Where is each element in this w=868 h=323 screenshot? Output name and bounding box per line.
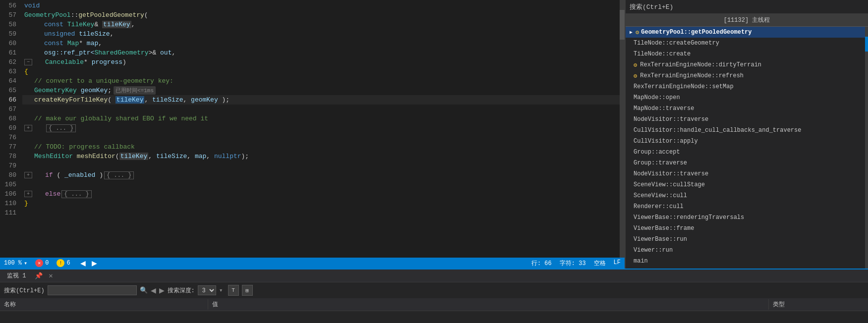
var-tilekey-58: tileKey bbox=[102, 21, 131, 28]
thread-label: [11132] 主线程 bbox=[724, 17, 770, 24]
call-stack-item-18[interactable]: ViewerBase::frame bbox=[626, 223, 868, 234]
line-num-69: 69 bbox=[4, 123, 16, 133]
code-line-57: GeometryPool::getPooledGeometry( bbox=[22, 10, 620, 20]
call-label-18: ViewerBase::frame bbox=[634, 225, 694, 232]
call-label-19: ViewerBase::run bbox=[634, 236, 687, 243]
dropdown-icon[interactable]: ▾ bbox=[24, 260, 27, 267]
line-num-106: 106 bbox=[4, 189, 16, 199]
error-count: ✕ 0 bbox=[35, 259, 49, 267]
func-getpooledgeometry: getPooledGeometry bbox=[78, 11, 144, 19]
call-stack-item-20[interactable]: Viewer::run bbox=[626, 245, 868, 256]
call-stack-item-1[interactable]: TileNode::createGeometry bbox=[626, 38, 868, 49]
call-label-8: NodeVisitor::traverse bbox=[634, 116, 708, 123]
panel-pin-icon[interactable]: 📌 bbox=[35, 272, 43, 280]
call-label-21: main bbox=[634, 258, 648, 265]
call-stack-item-21[interactable]: main bbox=[626, 256, 868, 267]
call-stack-item-6[interactable]: MapNode::open bbox=[626, 92, 868, 103]
col-header-value: 值 bbox=[208, 299, 769, 310]
call-label-2: TileNode::create bbox=[634, 51, 691, 57]
line-num-110: 110 bbox=[4, 199, 16, 208]
line-num-80: 80 bbox=[4, 170, 16, 180]
call-label-14: SceneView::cullStage bbox=[634, 181, 705, 188]
code-line-65: GeometryKey geomKey; 已用时间<=1ms bbox=[22, 86, 620, 95]
space-indicator: 空格 bbox=[594, 259, 606, 268]
code-line-63: { bbox=[22, 67, 620, 76]
depth-label: 搜索深度: bbox=[168, 286, 195, 295]
call-stack-item-19[interactable]: ViewerBase::run bbox=[626, 234, 868, 245]
zoom-indicator: 100 % ▾ bbox=[4, 260, 27, 267]
call-stack-item-12[interactable]: Group::traverse bbox=[626, 158, 868, 168]
nav-buttons: ◀ ▶ bbox=[78, 259, 99, 267]
fold-icon-106[interactable]: + bbox=[24, 191, 32, 197]
main-container: 56 57 58 59 60 61 62 63 64 65 66 67 68 6… bbox=[0, 0, 868, 323]
nav-forward-button[interactable]: ▶ bbox=[90, 259, 99, 267]
call-stack-item-14[interactable]: SceneView::cullStage bbox=[626, 179, 868, 190]
line-num-63: 63 bbox=[4, 67, 16, 76]
call-label-5: RexTerrainEngineNode::setMap bbox=[634, 83, 734, 90]
right-panel-scrollbar[interactable] bbox=[865, 27, 868, 269]
line-num-78: 78 bbox=[4, 152, 16, 161]
toolbar-btn-1[interactable]: T bbox=[228, 285, 239, 296]
call-stack-item-2[interactable]: TileNode::create bbox=[626, 49, 868, 59]
right-panel: 搜索(Ctrl+E) [11132] 主线程 ▶ ⚙ GeometryPool:… bbox=[625, 0, 868, 269]
call-stack-item-4[interactable]: ⚙ RexTerrainEngineNode::refresh bbox=[626, 70, 868, 81]
code-line-111 bbox=[22, 208, 620, 217]
code-line-56: void bbox=[22, 1, 620, 10]
fold-icon-62[interactable]: − bbox=[24, 59, 32, 65]
code-scroll-thumb[interactable] bbox=[620, 10, 625, 40]
code-line-69: + { ... } bbox=[22, 123, 620, 133]
call-stack-item-7[interactable]: MapNode::traverse bbox=[626, 103, 868, 114]
call-stack-list[interactable]: ▶ ⚙ GeometryPool::getPooledGeometry Tile… bbox=[626, 27, 868, 269]
gear-icon-3: ⚙ bbox=[634, 61, 637, 69]
call-stack-item-13[interactable]: NodeVisitor::traverse bbox=[626, 168, 868, 179]
gear-icon-0: ⚙ bbox=[636, 29, 639, 36]
call-stack-item-11[interactable]: Group::accept bbox=[626, 147, 868, 158]
line-num-68: 68 bbox=[4, 114, 16, 123]
bottom-search-input[interactable] bbox=[48, 285, 137, 295]
bottom-search-label: 搜索(Ctrl+E) bbox=[4, 286, 45, 295]
nav-back-button[interactable]: ◀ bbox=[78, 259, 88, 267]
warning-number: 6 bbox=[66, 260, 70, 267]
right-panel-scrollbar-thumb[interactable] bbox=[865, 37, 868, 52]
code-line-68: // make our globally shared EBO if we ne… bbox=[22, 114, 620, 123]
code-lines[interactable]: void GeometryPool::getPooledGeometry( co… bbox=[22, 0, 620, 258]
gear-icon-4: ⚙ bbox=[634, 72, 637, 80]
error-badge: ✕ bbox=[35, 259, 43, 267]
call-stack-item-5[interactable]: RexTerrainEngineNode::setMap bbox=[626, 81, 868, 92]
time-hint: 已用时间<=1ms bbox=[114, 86, 156, 95]
fold-icon-69[interactable]: + bbox=[24, 125, 32, 131]
search-bar-top: 搜索(Ctrl+E) bbox=[626, 0, 868, 14]
code-line-61: osg::ref_ptr<SharedGeometry>& out, bbox=[22, 48, 620, 57]
search-icon-bottom[interactable]: 🔍 bbox=[140, 286, 148, 294]
watch-tab[interactable]: 监视 1 bbox=[4, 270, 29, 281]
bottom-panel-header: 监视 1 📌 ✕ bbox=[0, 269, 868, 282]
keyword-void: void bbox=[24, 2, 40, 9]
search-prev-button[interactable]: ◀ bbox=[151, 286, 156, 294]
call-label-20: Viewer::run bbox=[634, 247, 673, 254]
call-stack-item-16[interactable]: Renderer::cull bbox=[626, 201, 868, 212]
call-stack-item-3[interactable]: ⚙ RexTerrainEngineNode::dirtyTerrain bbox=[626, 59, 868, 70]
error-number: 0 bbox=[45, 260, 49, 267]
code-content: 56 57 58 59 60 61 62 63 64 65 66 67 68 6… bbox=[0, 0, 625, 258]
call-stack-item-15[interactable]: SceneView::cull bbox=[626, 190, 868, 201]
code-line-67 bbox=[22, 105, 620, 114]
toolbar-btn-2[interactable]: ⊞ bbox=[242, 285, 253, 296]
depth-select[interactable]: 3 1 2 4 5 bbox=[198, 285, 216, 295]
call-stack-item-8[interactable]: NodeVisitor::traverse bbox=[626, 114, 868, 125]
call-stack-item-10[interactable]: CullVisitor::apply bbox=[626, 136, 868, 147]
call-stack-item-9[interactable]: CullVisitor::handle_cull_callbacks_and_t… bbox=[626, 125, 868, 136]
call-label-7: MapNode::traverse bbox=[634, 105, 694, 112]
search-next-button[interactable]: ▶ bbox=[159, 286, 165, 294]
warning-badge: ! bbox=[57, 259, 64, 267]
call-label-3: RexTerrainEngineNode::dirtyTerrain bbox=[640, 61, 761, 68]
line-num-60: 60 bbox=[4, 39, 16, 48]
call-stack-item-0[interactable]: ▶ ⚙ GeometryPool::getPooledGeometry bbox=[626, 27, 868, 38]
dropdown-arrow-icon: ▾ bbox=[219, 286, 223, 294]
call-stack-item-17[interactable]: ViewerBase::renderingTraversals bbox=[626, 212, 868, 223]
code-line-79 bbox=[22, 161, 620, 170]
line-num-59: 59 bbox=[4, 29, 16, 39]
call-label-12: Group::traverse bbox=[634, 160, 687, 166]
fold-icon-80[interactable]: + bbox=[24, 172, 32, 178]
panel-close-button[interactable]: ✕ bbox=[47, 272, 55, 280]
code-scrollbar[interactable] bbox=[620, 0, 625, 258]
